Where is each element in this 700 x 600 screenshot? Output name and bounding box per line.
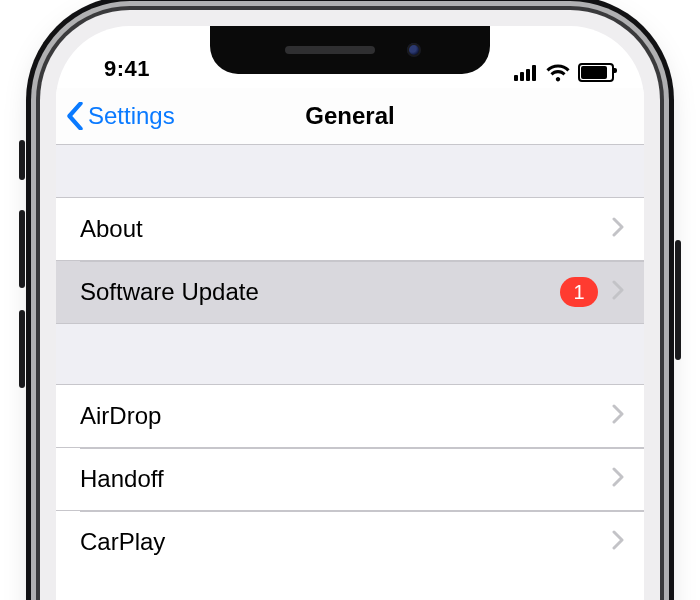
phone-frame: 9:41 — [40, 10, 660, 600]
power-button[interactable] — [675, 240, 681, 360]
row-about[interactable]: About — [56, 198, 644, 260]
row-handoff[interactable]: Handoff — [56, 447, 644, 510]
notch — [210, 26, 490, 74]
back-button[interactable]: Settings — [56, 102, 175, 130]
chevron-right-icon — [612, 465, 624, 493]
battery-icon — [578, 63, 614, 82]
status-time: 9:41 — [86, 56, 150, 82]
wifi-icon — [546, 64, 570, 82]
group-spacer — [56, 323, 644, 385]
row-label: Handoff — [80, 465, 164, 493]
earpiece-speaker — [285, 46, 375, 54]
cellular-icon — [514, 65, 538, 81]
mute-switch[interactable] — [19, 140, 25, 180]
chevron-right-icon — [612, 215, 624, 243]
row-label: About — [80, 215, 143, 243]
row-carplay[interactable]: CarPlay — [56, 510, 644, 573]
stage: 9:41 — [0, 0, 700, 600]
volume-down-button[interactable] — [19, 310, 25, 388]
row-software-update[interactable]: Software Update 1 — [56, 260, 644, 323]
chevron-right-icon — [612, 528, 624, 556]
navigation-bar: Settings General — [56, 88, 644, 145]
group-spacer — [56, 145, 644, 198]
volume-up-button[interactable] — [19, 210, 25, 288]
row-label: AirDrop — [80, 402, 161, 430]
status-right — [514, 63, 614, 82]
front-camera — [407, 43, 421, 57]
screen: 9:41 — [56, 26, 644, 600]
update-badge: 1 — [560, 277, 598, 307]
chevron-left-icon — [66, 102, 84, 130]
settings-group-2: AirDrop Handoff Ca — [56, 385, 644, 573]
row-airdrop[interactable]: AirDrop — [56, 385, 644, 447]
back-label: Settings — [88, 102, 175, 130]
row-label: CarPlay — [80, 528, 165, 556]
chevron-right-icon — [612, 278, 624, 306]
settings-group-1: About Software Update 1 — [56, 198, 644, 323]
row-label: Software Update — [80, 278, 259, 306]
chevron-right-icon — [612, 402, 624, 430]
